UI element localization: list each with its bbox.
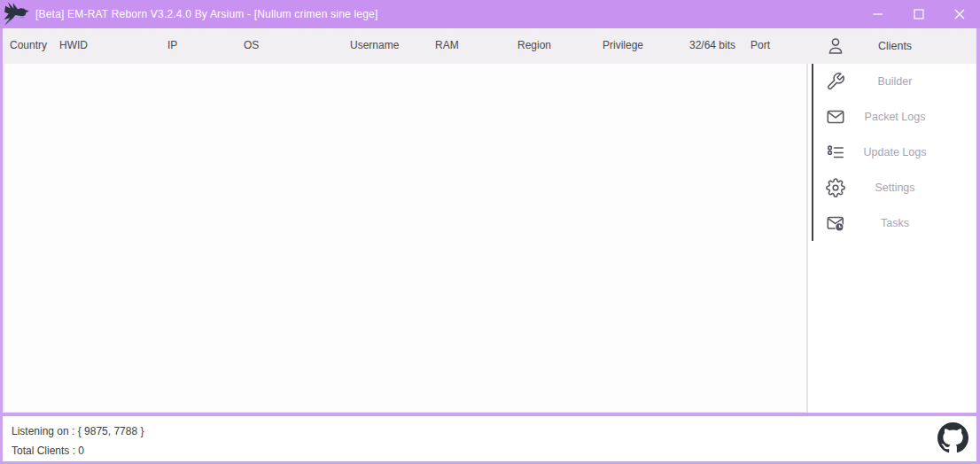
column-header-country[interactable]: Country <box>3 40 52 52</box>
column-header-username[interactable]: Username <box>343 40 428 52</box>
column-header-privilege[interactable]: Privilege <box>595 40 682 52</box>
titlebar: [Beta] EM-RAT Reborn V3.2.4.0 By Arsium … <box>0 0 980 28</box>
close-button[interactable] <box>939 0 980 28</box>
eagle-logo-icon <box>3 1 36 27</box>
sidebar-item-settings[interactable]: Settings <box>813 170 976 205</box>
sidebar-item-update-logs[interactable]: Update Logs <box>813 135 976 170</box>
column-header-region[interactable]: Region <box>510 40 595 52</box>
window-title: [Beta] EM-RAT Reborn V3.2.4.0 By Arsium … <box>35 0 377 28</box>
sidebar-item-label: Packet Logs <box>813 99 976 135</box>
sidebar-item-builder[interactable]: Builder <box>813 64 976 99</box>
total-clients-status: Total Clients : 0 <box>12 445 84 457</box>
sidebar-item-label: Builder <box>813 64 976 99</box>
column-header-ip[interactable]: IP <box>160 40 237 52</box>
maximize-button[interactable] <box>898 0 939 28</box>
sidebar-item-packet-logs[interactable]: Packet Logs <box>813 99 976 135</box>
app-window: [Beta] EM-RAT Reborn V3.2.4.0 By Arsium … <box>0 0 980 464</box>
column-header-ram[interactable]: RAM <box>428 40 510 52</box>
maximize-icon <box>914 9 924 19</box>
window-controls <box>858 0 980 28</box>
minimize-button[interactable] <box>858 0 898 28</box>
clients-table-header: Country HWID IP OS Username RAM Region P… <box>3 28 807 64</box>
sidebar-item-label: Tasks <box>813 205 976 241</box>
window-border-right <box>976 28 980 464</box>
clients-table-body <box>3 64 808 413</box>
column-header-bits[interactable]: 32/64 bits <box>682 40 743 52</box>
github-icon[interactable] <box>937 422 968 453</box>
column-header-os[interactable]: OS <box>237 40 343 52</box>
statusbar: Listening on : { 9875, 7788 } Total Clie… <box>3 416 976 461</box>
sidebar-item-clients[interactable]: Clients <box>813 28 976 64</box>
close-icon <box>954 9 965 19</box>
column-header-hwid[interactable]: HWID <box>52 40 160 52</box>
sidebar-item-tasks[interactable]: Tasks <box>813 205 976 241</box>
column-header-port[interactable]: Port <box>743 40 807 52</box>
listening-status: Listening on : { 9875, 7788 } <box>12 425 144 437</box>
sidebar-item-label: Settings <box>813 170 976 205</box>
minimize-icon <box>873 9 883 19</box>
sidebar-item-label: Clients <box>813 28 976 64</box>
sidebar-item-label: Update Logs <box>813 135 976 170</box>
sidebar-menu: Clients Builder Packet Logs <box>813 28 976 241</box>
